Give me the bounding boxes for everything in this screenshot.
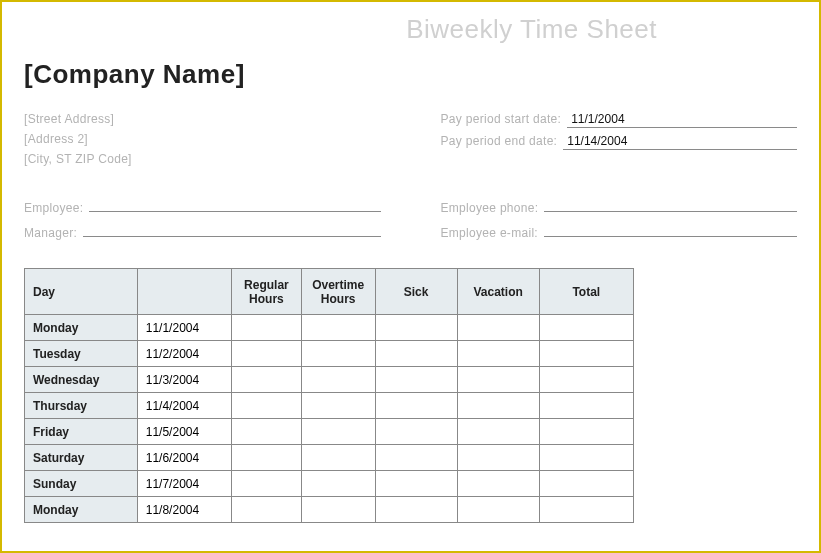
manager-label: Manager: (24, 226, 77, 240)
cell-overtime[interactable] (301, 393, 375, 419)
cell-vacation[interactable] (457, 315, 539, 341)
cell-overtime[interactable] (301, 341, 375, 367)
cell-overtime[interactable] (301, 471, 375, 497)
table-row: Thursday11/4/2004 (25, 393, 634, 419)
table-row: Monday11/8/2004 (25, 497, 634, 523)
cell-day: Friday (25, 419, 138, 445)
cell-date: 11/4/2004 (137, 393, 231, 419)
cell-sick[interactable] (375, 315, 457, 341)
cell-date: 11/8/2004 (137, 497, 231, 523)
cell-vacation[interactable] (457, 393, 539, 419)
cell-total[interactable] (539, 367, 633, 393)
period-end-value: 11/14/2004 (563, 134, 797, 150)
col-regular: Regular Hours (232, 269, 302, 315)
cell-vacation[interactable] (457, 419, 539, 445)
cell-date: 11/5/2004 (137, 419, 231, 445)
cell-sick[interactable] (375, 393, 457, 419)
cell-vacation[interactable] (457, 341, 539, 367)
period-start-value: 11/1/2004 (567, 112, 797, 128)
cell-day: Monday (25, 315, 138, 341)
cell-date: 11/3/2004 (137, 367, 231, 393)
cell-total[interactable] (539, 419, 633, 445)
table-row: Wednesday11/3/2004 (25, 367, 634, 393)
cell-overtime[interactable] (301, 419, 375, 445)
table-row: Monday11/1/2004 (25, 315, 634, 341)
cell-regular[interactable] (232, 341, 302, 367)
table-row: Friday11/5/2004 (25, 419, 634, 445)
cell-overtime[interactable] (301, 367, 375, 393)
employee-field[interactable] (89, 196, 380, 212)
address-line2: [Address 2] (24, 132, 381, 146)
cell-vacation[interactable] (457, 497, 539, 523)
employee-email-label: Employee e-mail: (441, 226, 539, 240)
employee-email-field[interactable] (544, 221, 797, 237)
cell-day: Sunday (25, 471, 138, 497)
cell-sick[interactable] (375, 471, 457, 497)
col-overtime: Overtime Hours (301, 269, 375, 315)
address-citystatezip: [City, ST ZIP Code] (24, 152, 381, 166)
cell-regular[interactable] (232, 315, 302, 341)
col-vacation: Vacation (457, 269, 539, 315)
cell-total[interactable] (539, 497, 633, 523)
employee-phone-field[interactable] (544, 196, 797, 212)
cell-regular[interactable] (232, 419, 302, 445)
address-street: [Street Address] (24, 112, 381, 126)
table-row: Saturday11/6/2004 (25, 445, 634, 471)
cell-total[interactable] (539, 315, 633, 341)
cell-sick[interactable] (375, 341, 457, 367)
employee-phone-label: Employee phone: (441, 201, 539, 215)
cell-regular[interactable] (232, 497, 302, 523)
cell-total[interactable] (539, 445, 633, 471)
table-row: Tuesday11/2/2004 (25, 341, 634, 367)
cell-day: Monday (25, 497, 138, 523)
cell-regular[interactable] (232, 445, 302, 471)
manager-field[interactable] (83, 221, 380, 237)
cell-total[interactable] (539, 341, 633, 367)
cell-date: 11/2/2004 (137, 341, 231, 367)
table-header-row: Day Regular Hours Overtime Hours Sick Va… (25, 269, 634, 315)
col-total: Total (539, 269, 633, 315)
cell-date: 11/7/2004 (137, 471, 231, 497)
cell-regular[interactable] (232, 393, 302, 419)
cell-overtime[interactable] (301, 445, 375, 471)
cell-day: Thursday (25, 393, 138, 419)
page-title: Biweekly Time Sheet (24, 14, 797, 45)
cell-vacation[interactable] (457, 367, 539, 393)
cell-sick[interactable] (375, 419, 457, 445)
company-name: [Company Name] (24, 59, 797, 90)
cell-total[interactable] (539, 393, 633, 419)
col-day: Day (25, 269, 138, 315)
col-date (137, 269, 231, 315)
cell-day: Wednesday (25, 367, 138, 393)
cell-day: Saturday (25, 445, 138, 471)
table-row: Sunday11/7/2004 (25, 471, 634, 497)
cell-regular[interactable] (232, 367, 302, 393)
cell-day: Tuesday (25, 341, 138, 367)
cell-vacation[interactable] (457, 471, 539, 497)
cell-vacation[interactable] (457, 445, 539, 471)
cell-total[interactable] (539, 471, 633, 497)
period-start-label: Pay period start date: (441, 112, 562, 126)
cell-regular[interactable] (232, 471, 302, 497)
period-end-label: Pay period end date: (441, 134, 558, 148)
col-sick: Sick (375, 269, 457, 315)
cell-date: 11/1/2004 (137, 315, 231, 341)
cell-sick[interactable] (375, 445, 457, 471)
timesheet-table: Day Regular Hours Overtime Hours Sick Va… (24, 268, 634, 523)
cell-date: 11/6/2004 (137, 445, 231, 471)
cell-sick[interactable] (375, 497, 457, 523)
cell-overtime[interactable] (301, 497, 375, 523)
employee-label: Employee: (24, 201, 83, 215)
cell-overtime[interactable] (301, 315, 375, 341)
cell-sick[interactable] (375, 367, 457, 393)
